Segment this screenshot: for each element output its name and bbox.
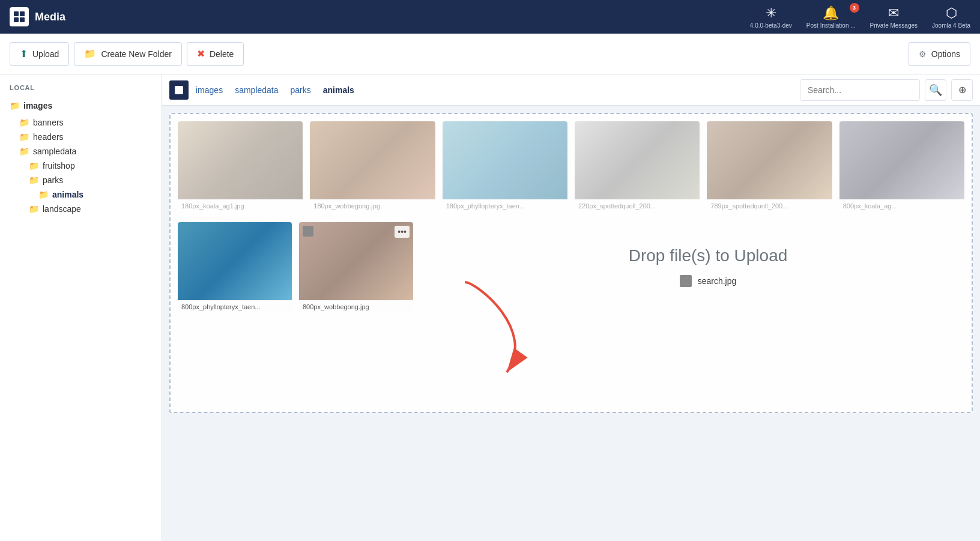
create-folder-button[interactable]: 📁 Create New Folder [74, 42, 182, 66]
breadcrumb-sampledata[interactable]: sampledata [230, 83, 283, 97]
media-item[interactable]: 800px_phyllopteryx_taen... [178, 222, 292, 313]
media-item[interactable]: 180px_wobbegong.jpg [310, 121, 435, 213]
media-thumbnail [707, 121, 832, 199]
tree-label-fruitshop: fruitshop [43, 161, 75, 171]
breadcrumb-animals[interactable]: animals [318, 83, 359, 97]
media-item[interactable]: 789px_spottedquoll_200... [707, 121, 832, 213]
notifications-action[interactable]: 🔔 3 Post Installation ... [806, 5, 856, 29]
media-item[interactable]: 180px_phyllopteryx_taen... [443, 121, 567, 213]
tree-item-sampledata[interactable]: 📁 sampledata [19, 144, 152, 159]
tree-item-images[interactable]: 📁 images [10, 98, 152, 113]
delete-button[interactable]: ✖ Delete [187, 42, 244, 66]
tree-label-images: images [23, 101, 52, 110]
media-thumbnail [443, 121, 567, 199]
media-thumbnail [310, 121, 435, 199]
joomla-icon-action[interactable]: ✳ 4.0.0-beta3-dev [750, 5, 792, 29]
tab-bar: images sampledata parks animals 🔍 ⊕ [162, 74, 980, 106]
upload-button[interactable]: ⬆ Upload [10, 42, 69, 66]
media-item[interactable]: 800px_koala_ag... [839, 121, 964, 213]
search-input[interactable] [800, 79, 920, 101]
media-item[interactable]: 180px_koala_ag1.jpg [178, 121, 303, 213]
media-grid-wrapper: 180px_koala_ag1.jpg 180px_wobbegong.jpg … [162, 106, 980, 541]
options-label: Options [931, 49, 960, 59]
envelope-icon: ✉ [888, 5, 899, 21]
svg-rect-0 [14, 11, 19, 16]
joomla-icon: ✳ [766, 5, 776, 21]
tree-item-banners[interactable]: 📁 banners [19, 115, 152, 130]
joomla-version-label: 4.0.0-beta3-dev [750, 22, 792, 29]
notifications-badge: 3 [850, 3, 859, 13]
app-title: Media [35, 11, 65, 23]
drop-text-section: Drop file(s) to Upload search.jpg [428, 222, 964, 311]
media-filename: 800px_phyllopteryx_taen... [178, 300, 292, 313]
media-filename: 220px_spottedquoll_200... [575, 199, 700, 213]
media-item-selected[interactable]: ••• 800px_wobbegong.jpg [299, 222, 413, 313]
search-area: 🔍 ⊕ [800, 79, 973, 101]
bell-icon: 🔔 [823, 5, 839, 21]
messages-label: Private Messages [870, 22, 918, 29]
beta-action[interactable]: ⬡ Joomla 4 Beta [932, 5, 970, 29]
folder-icon-headers: 📁 [19, 132, 29, 142]
main-layout: LOCAL 📁 images 📁 banners 📁 headers 📁 sam… [0, 74, 980, 541]
drop-zone[interactable]: 180px_koala_ag1.jpg 180px_wobbegong.jpg … [169, 113, 973, 413]
folder-icon-animals: 📁 [38, 190, 49, 199]
media-thumbnail [575, 121, 700, 199]
tree-label-animals: animals [52, 190, 83, 199]
folder-icon-banners: 📁 [19, 118, 29, 127]
queued-file-icon [680, 275, 692, 287]
content-area: images sampledata parks animals 🔍 ⊕ [162, 74, 980, 541]
folder-icon-sampledata: 📁 [19, 147, 29, 156]
tree-item-parks[interactable]: 📁 parks [29, 173, 152, 187]
tree-item-headers[interactable]: 📁 headers [19, 130, 152, 144]
media-thumbnail [839, 121, 964, 199]
external-icon: ⬡ [946, 5, 957, 21]
home-button[interactable] [169, 80, 189, 100]
delete-label: Delete [210, 49, 234, 59]
tree-item-animals[interactable]: 📁 animals [38, 187, 152, 202]
top-nav: Media ✳ 4.0.0-beta3-dev 🔔 3 Post Install… [0, 0, 980, 34]
svg-rect-2 [14, 17, 19, 22]
zoom-in-button[interactable]: ⊕ [951, 79, 973, 101]
tree-children-parks: 📁 animals [38, 187, 152, 202]
tree-label-sampledata: sampledata [33, 147, 76, 156]
media-filename: 800px_koala_ag... [839, 199, 964, 213]
folder-icon: 📁 [84, 48, 96, 59]
beta-label: Joomla 4 Beta [932, 22, 970, 29]
upload-icon: ⬆ [20, 48, 28, 59]
svg-rect-3 [20, 17, 25, 22]
media-filename: 180px_koala_ag1.jpg [178, 199, 303, 213]
brand: Media [10, 7, 65, 26]
tree-label-headers: headers [33, 132, 64, 142]
brand-icon [10, 7, 29, 26]
breadcrumb-parks[interactable]: parks [286, 83, 316, 97]
media-thumbnail [178, 222, 292, 300]
drop-text-area: Drop file(s) to Upload search.jpg [452, 222, 964, 311]
media-item[interactable]: 220px_spottedquoll_200... [575, 121, 700, 213]
notifications-label: Post Installation ... [806, 22, 856, 29]
tree-item-landscape[interactable]: 📁 landscape [29, 202, 152, 216]
tree-children-images: 📁 banners 📁 headers 📁 sampledata 📁 fruit… [19, 115, 152, 216]
folder-icon-fruitshop: 📁 [29, 161, 39, 171]
media-checkbox[interactable] [303, 226, 313, 237]
second-row-items: 800px_phyllopteryx_taen... ••• 800px_wob… [178, 222, 413, 313]
search-icon: 🔍 [929, 83, 942, 97]
breadcrumb-images[interactable]: images [191, 83, 228, 97]
media-item-controls [303, 226, 313, 237]
tree-item-fruitshop[interactable]: 📁 fruitshop [29, 159, 152, 173]
drop-text: Drop file(s) to Upload [629, 246, 788, 265]
tree-label-banners: banners [33, 118, 64, 127]
search-button[interactable]: 🔍 [925, 79, 946, 101]
options-button[interactable]: ⚙ Options [909, 42, 970, 66]
delete-icon: ✖ [197, 48, 205, 59]
queued-file: search.jpg [680, 275, 737, 287]
upload-label: Upload [32, 49, 59, 59]
media-filename: 180px_wobbegong.jpg [310, 199, 435, 213]
media-filename: 789px_spottedquoll_200... [707, 199, 832, 213]
tree-label-landscape: landscape [43, 204, 81, 214]
toolbar: ⬆ Upload 📁 Create New Folder ✖ Delete ⚙ … [0, 34, 980, 74]
media-filename: 180px_phyllopteryx_taen... [443, 199, 567, 213]
media-item-menu[interactable]: ••• [395, 226, 410, 238]
gear-icon: ⚙ [919, 49, 927, 59]
svg-rect-1 [20, 11, 25, 16]
messages-action[interactable]: ✉ Private Messages [870, 5, 918, 29]
